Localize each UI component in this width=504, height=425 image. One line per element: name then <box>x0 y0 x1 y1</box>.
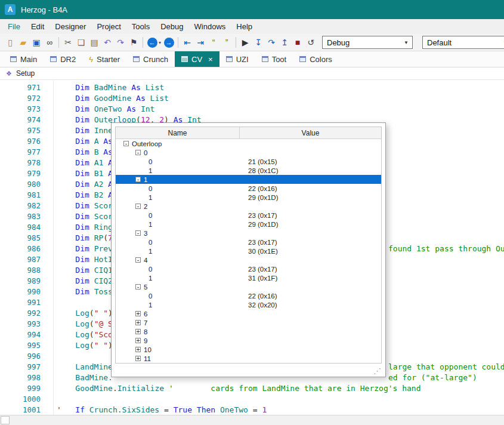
tree-collapse-icon[interactable]: - <box>135 257 141 263</box>
tree-expand-icon[interactable]: + <box>135 311 141 316</box>
indent-decrease-button[interactable]: ⇤ <box>181 36 194 49</box>
nav-forward-button[interactable]: → <box>162 36 175 49</box>
tree-collapse-icon[interactable]: - <box>135 150 141 155</box>
watch-row[interactable]: -1 <box>116 175 381 184</box>
paste-button[interactable]: ▤ <box>88 36 101 49</box>
watch-row[interactable]: 129 (0x1D) <box>116 193 381 202</box>
line-number[interactable]: 981 <box>0 190 41 201</box>
step-over-button[interactable]: ↷ <box>265 36 278 49</box>
watch-row[interactable]: 129 (0x1D) <box>116 220 381 229</box>
code-line[interactable]: 972 Dim GoodMine As List <box>0 93 504 104</box>
line-number[interactable]: 994 <box>0 329 41 340</box>
tree-expand-icon[interactable]: + <box>135 320 141 325</box>
build-mode-select[interactable]: Debug ▼ <box>322 36 413 49</box>
watch-row[interactable]: 128 (0x1C) <box>116 166 381 175</box>
nav-back-dropdown-icon[interactable]: ▾ <box>159 40 161 45</box>
nav-back-button[interactable]: ← <box>146 36 159 49</box>
menu-tools[interactable]: Tools <box>126 20 155 33</box>
redo-button[interactable]: ↷ <box>114 36 127 49</box>
tree-collapse-icon[interactable]: - <box>135 204 141 209</box>
line-number[interactable]: 972 <box>0 93 41 104</box>
open-project-button[interactable]: ▰ <box>17 36 30 49</box>
menu-debug[interactable]: Debug <box>155 20 188 33</box>
tab-colors[interactable]: Colors <box>293 51 339 67</box>
code-line[interactable]: 971 Dim BadMine As List <box>0 82 504 93</box>
watch-row[interactable]: 022 (0x16) <box>116 291 381 300</box>
comment-block-button[interactable]: “ <box>207 36 220 49</box>
line-number[interactable]: 971 <box>0 82 41 93</box>
line-number[interactable]: 991 <box>0 297 41 308</box>
line-number[interactable]: 986 <box>0 244 41 254</box>
tab-close-icon[interactable]: × <box>208 55 213 64</box>
tab-toot[interactable]: Toot <box>255 51 293 67</box>
line-number[interactable]: 985 <box>0 233 41 244</box>
line-number[interactable]: 976 <box>0 136 41 147</box>
column-header-value[interactable]: Value <box>240 127 381 138</box>
save-button[interactable]: ▣ <box>30 36 43 49</box>
line-number[interactable]: 977 <box>0 147 41 158</box>
run-button[interactable]: ▶ <box>239 36 252 49</box>
line-number[interactable]: 995 <box>0 340 41 351</box>
line-number[interactable]: 975 <box>0 125 41 136</box>
step-into-button[interactable]: ↧ <box>252 36 265 49</box>
tree-expand-icon[interactable]: + <box>135 329 141 334</box>
tree-expand-icon[interactable]: + <box>135 347 141 352</box>
line-number[interactable]: 996 <box>0 351 41 362</box>
tree-collapse-icon[interactable]: - <box>135 284 141 290</box>
line-number[interactable]: 999 <box>0 383 41 394</box>
line-number[interactable]: 978 <box>0 158 41 168</box>
step-out-button[interactable]: ↥ <box>278 36 291 49</box>
debug-watch-popup[interactable]: Name Value -Outerloop-0021 (0x15)128 (0x… <box>111 122 386 377</box>
tab-starter[interactable]: ϟStarter <box>82 51 126 67</box>
cut-button[interactable]: ✂ <box>61 36 75 49</box>
line-number[interactable]: 997 <box>0 362 41 372</box>
menu-edit[interactable]: Edit <box>26 20 50 33</box>
tree-expand-icon[interactable]: + <box>135 356 141 361</box>
column-header-name[interactable]: Name <box>116 127 240 138</box>
line-number[interactable]: 982 <box>0 201 41 211</box>
code-line[interactable]: 1000 <box>0 394 504 405</box>
code-line[interactable]: 999 GoodMine.Initialize ' cards from Lan… <box>0 383 504 394</box>
uncomment-block-button[interactable]: ” <box>220 36 233 49</box>
watch-row[interactable]: 131 (0x1F) <box>116 273 381 282</box>
tab-uzi[interactable]: UZI <box>219 51 255 67</box>
watch-row[interactable]: -2 <box>116 202 381 211</box>
line-number[interactable]: 989 <box>0 276 41 287</box>
restart-button[interactable]: ↺ <box>304 36 317 49</box>
find-in-files-button[interactable]: ∞ <box>43 36 56 49</box>
watch-row[interactable]: 130 (0x1E) <box>116 247 381 255</box>
watch-row[interactable]: 022 (0x16) <box>116 184 381 193</box>
watch-row[interactable]: +8 <box>116 327 381 336</box>
menu-designer[interactable]: Designer <box>50 20 91 33</box>
line-number[interactable]: 984 <box>0 222 41 233</box>
tab-main[interactable]: Main <box>4 51 44 67</box>
line-number[interactable]: 979 <box>0 168 41 179</box>
region-navigator[interactable]: ❖ Setup <box>0 67 504 80</box>
watch-row[interactable]: -5 <box>116 282 381 291</box>
line-number[interactable]: 980 <box>0 179 41 190</box>
title-bar[interactable]: A Herzog - B4A <box>0 0 504 19</box>
watch-row[interactable]: 023 (0x17) <box>116 264 381 273</box>
menu-file[interactable]: File <box>2 20 26 33</box>
watch-row[interactable]: 021 (0x15) <box>116 157 381 166</box>
line-number[interactable]: 974 <box>0 115 41 125</box>
bookmark-button[interactable]: ⚑ <box>127 36 140 49</box>
tab-crunch[interactable]: Crunch <box>126 51 175 67</box>
watch-row[interactable]: -0 <box>116 148 381 157</box>
tree-collapse-icon[interactable]: - <box>135 230 141 236</box>
undo-button[interactable]: ↶ <box>101 36 114 49</box>
line-number[interactable]: 973 <box>0 104 41 115</box>
code-line[interactable]: 973 Dim OneTwo As Int <box>0 104 504 115</box>
watch-row[interactable]: +7 <box>116 318 381 327</box>
line-number[interactable]: 1000 <box>0 394 41 405</box>
line-number[interactable]: 987 <box>0 254 41 265</box>
resize-grip-icon[interactable]: ⋰ <box>373 367 381 375</box>
watch-row[interactable]: +10 <box>116 345 381 354</box>
scrollbar-corner-box[interactable] <box>1 416 10 424</box>
watch-row[interactable]: 132 (0x20) <box>116 300 381 309</box>
menu-windows[interactable]: Windows <box>189 20 231 33</box>
line-number[interactable]: 992 <box>0 308 41 319</box>
watch-row[interactable]: -3 <box>116 229 381 238</box>
watch-row[interactable]: -Outerloop <box>116 139 381 148</box>
line-number[interactable]: 983 <box>0 211 41 222</box>
